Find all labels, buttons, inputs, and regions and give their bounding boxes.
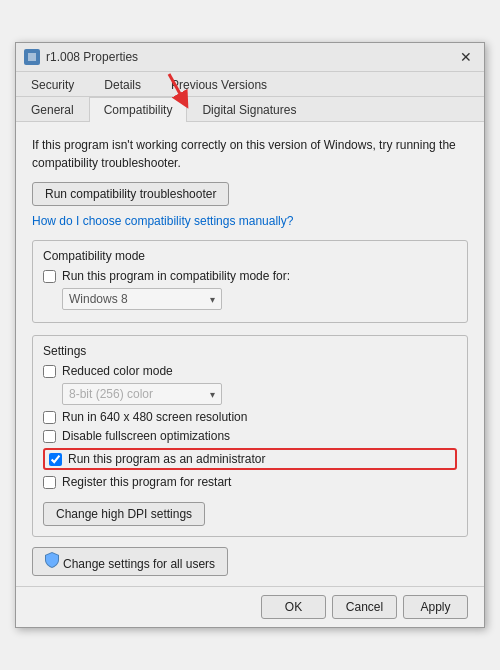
tab-security[interactable]: Security: [16, 72, 89, 97]
register-restart-checkbox[interactable]: [43, 476, 56, 489]
title-bar-left: r1.008 Properties: [24, 49, 138, 65]
tabs-row-1: Security Details Previous Versions: [16, 72, 484, 97]
tabs-row-2: General Compatibility Digital Signatures: [16, 97, 484, 122]
disable-fullscreen-row: Disable fullscreen optimizations: [43, 429, 457, 443]
reduced-color-label: Reduced color mode: [62, 364, 173, 378]
reduced-color-checkbox[interactable]: [43, 365, 56, 378]
compat-mode-checkbox-label: Run this program in compatibility mode f…: [62, 269, 290, 283]
change-all-label: Change settings for all users: [63, 557, 215, 571]
chevron-down-icon-color: ▾: [210, 389, 215, 400]
screen-res-label: Run in 640 x 480 screen resolution: [62, 410, 247, 424]
title-bar: r1.008 Properties ✕: [16, 43, 484, 72]
compat-mode-checkbox-row: Run this program in compatibility mode f…: [43, 269, 457, 283]
compatibility-mode-group: Compatibility mode Run this program in c…: [32, 240, 468, 323]
apply-button[interactable]: Apply: [403, 595, 468, 619]
tab-compatibility[interactable]: Compatibility: [89, 97, 188, 122]
color-dropdown[interactable]: 8-bit (256) color ▾: [62, 383, 222, 405]
compat-mode-dropdown[interactable]: Windows 8 ▾: [62, 288, 222, 310]
screen-res-row: Run in 640 x 480 screen resolution: [43, 410, 457, 424]
tabs-row-1-inner: Security Details Previous Versions: [16, 72, 484, 97]
tabs-row-2-container: General Compatibility Digital Signatures: [16, 97, 484, 122]
disable-fullscreen-label: Disable fullscreen optimizations: [62, 429, 230, 443]
register-restart-label: Register this program for restart: [62, 475, 231, 489]
color-dropdown-value: 8-bit (256) color: [69, 387, 153, 401]
screen-res-checkbox[interactable]: [43, 411, 56, 424]
change-all-settings-button[interactable]: Change settings for all users: [32, 547, 228, 576]
register-restart-row: Register this program for restart: [43, 475, 457, 489]
footer-buttons: OK Cancel Apply: [16, 586, 484, 627]
cancel-button[interactable]: Cancel: [332, 595, 397, 619]
compat-mode-dropdown-value: Windows 8: [69, 292, 128, 306]
reduced-color-row: Reduced color mode: [43, 364, 457, 378]
run-as-admin-label: Run this program as an administrator: [68, 452, 265, 466]
shield-icon: [45, 552, 59, 571]
svg-rect-1: [28, 53, 36, 61]
tab-general[interactable]: General: [16, 97, 89, 122]
compatibility-mode-label: Compatibility mode: [43, 249, 457, 263]
tab-digital-signatures[interactable]: Digital Signatures: [187, 97, 311, 122]
content-area: If this program isn't working correctly …: [16, 122, 484, 586]
change-dpi-button[interactable]: Change high DPI settings: [43, 502, 205, 526]
tab-previous-versions[interactable]: Previous Versions: [156, 72, 282, 97]
help-link[interactable]: How do I choose compatibility settings m…: [32, 214, 468, 228]
run-as-admin-checkbox[interactable]: [49, 453, 62, 466]
info-text: If this program isn't working correctly …: [32, 136, 468, 172]
settings-label: Settings: [43, 344, 457, 358]
settings-group: Settings Reduced color mode 8-bit (256) …: [32, 335, 468, 537]
tab-details[interactable]: Details: [89, 72, 156, 97]
app-icon: [24, 49, 40, 65]
run-troubleshooter-button[interactable]: Run compatibility troubleshooter: [32, 182, 229, 206]
properties-window: r1.008 Properties ✕ Security Details Pre…: [15, 42, 485, 628]
close-button[interactable]: ✕: [456, 50, 476, 64]
disable-fullscreen-checkbox[interactable]: [43, 430, 56, 443]
run-as-admin-row: Run this program as an administrator: [43, 448, 457, 470]
chevron-down-icon: ▾: [210, 294, 215, 305]
compat-mode-checkbox[interactable]: [43, 270, 56, 283]
ok-button[interactable]: OK: [261, 595, 326, 619]
change-all-settings-row: Change settings for all users: [32, 547, 468, 576]
window-title: r1.008 Properties: [46, 50, 138, 64]
